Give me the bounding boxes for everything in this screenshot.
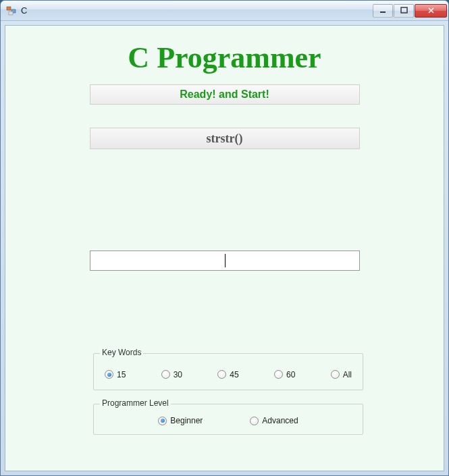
titlebar[interactable]: C: [1, 1, 448, 21]
answer-input-wrap: [90, 250, 360, 271]
radio-label: Advanced: [262, 416, 298, 425]
radio-keywords-30[interactable]: 30: [161, 370, 182, 379]
page-title: C Programmer: [5, 41, 444, 75]
radio-keywords-all[interactable]: All: [331, 370, 352, 379]
level-options: Beginner Advanced: [94, 404, 363, 434]
window-title: C: [21, 5, 373, 16]
radio-level-beginner[interactable]: Beginner: [158, 416, 203, 425]
radio-keywords-15[interactable]: 15: [105, 370, 126, 379]
svg-rect-4: [401, 7, 407, 13]
window-controls: [373, 4, 447, 18]
radio-keywords-45[interactable]: 45: [217, 370, 238, 379]
radio-icon: [105, 370, 113, 379]
radio-icon: [331, 370, 340, 379]
radio-icon: [217, 370, 226, 379]
radio-label: 15: [117, 370, 126, 379]
radio-level-advanced[interactable]: Advanced: [250, 416, 298, 425]
groupbox-keywords: Key Words 15 30 45 60: [93, 353, 363, 390]
app-window: C C Programmer Ready! and Start! strstr(…: [0, 0, 449, 476]
radio-label: Beginner: [170, 416, 203, 425]
groupbox-level: Programmer Level Beginner Advanced: [93, 404, 363, 435]
radio-label: 30: [174, 370, 182, 379]
app-icon: [6, 5, 17, 16]
radio-icon: [158, 417, 167, 425]
maximize-button[interactable]: [394, 4, 414, 18]
radio-keywords-60[interactable]: 60: [274, 370, 295, 379]
level-legend: Programmer Level: [100, 398, 171, 408]
radio-label: All: [343, 370, 352, 379]
keywords-legend: Key Words: [100, 348, 143, 357]
radio-icon: [274, 370, 283, 379]
text-cursor: [225, 254, 226, 267]
status-label: Ready! and Start!: [90, 84, 360, 105]
svg-rect-3: [380, 11, 386, 13]
prompt-label: strstr(): [90, 128, 360, 149]
svg-rect-2: [9, 11, 13, 15]
radio-icon: [250, 417, 259, 425]
radio-label: 60: [286, 370, 295, 379]
svg-rect-0: [7, 7, 11, 10]
radio-label: 45: [230, 370, 238, 379]
minimize-button[interactable]: [373, 4, 393, 18]
client-area: C Programmer Ready! and Start! strstr() …: [5, 25, 444, 471]
radio-icon: [161, 370, 170, 379]
close-button[interactable]: [415, 4, 447, 18]
keywords-options: 15 30 45 60 All: [94, 354, 363, 390]
